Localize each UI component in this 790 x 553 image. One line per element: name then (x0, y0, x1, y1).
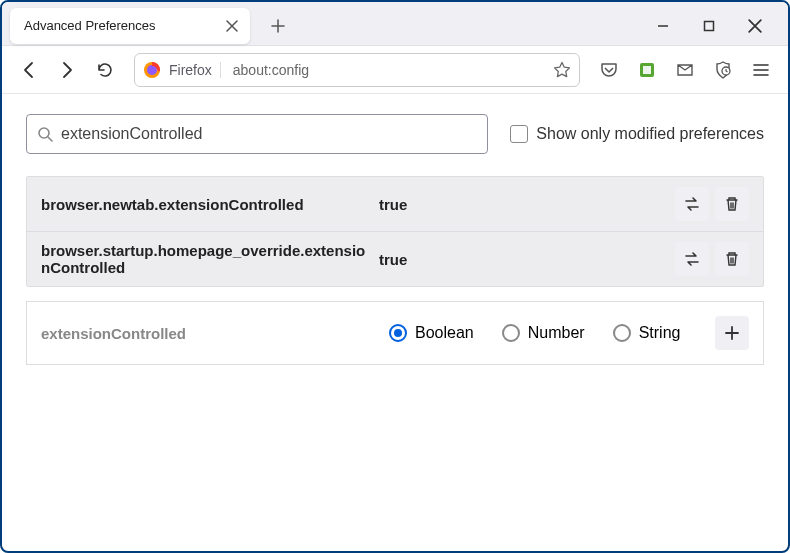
radio-label: Number (528, 324, 585, 342)
pocket-icon[interactable] (592, 53, 626, 87)
delete-button[interactable] (715, 187, 749, 221)
window-controls (654, 17, 780, 35)
config-content: Show only modified preferences browser.n… (2, 94, 788, 385)
radio-icon (502, 324, 520, 342)
pref-value: true (379, 196, 667, 213)
back-button[interactable] (12, 53, 46, 87)
extensions-icon[interactable] (630, 53, 664, 87)
shield-icon[interactable] (706, 53, 740, 87)
url-text: about:config (229, 62, 545, 78)
radio-label: String (639, 324, 681, 342)
pref-name: browser.newtab.extensionControlled (41, 196, 371, 213)
add-button[interactable] (715, 316, 749, 350)
preference-row[interactable]: browser.startup.homepage_override.extens… (27, 232, 763, 286)
reload-button[interactable] (88, 53, 122, 87)
minimize-icon[interactable] (654, 17, 672, 35)
close-icon[interactable] (746, 17, 764, 35)
search-icon (37, 126, 53, 142)
tab-bar: Advanced Preferences (2, 2, 788, 46)
preference-row[interactable]: browser.newtab.extensionControlled true (27, 177, 763, 232)
firefox-logo-icon (143, 61, 161, 79)
preferences-table: browser.newtab.extensionControlled true … (26, 176, 764, 287)
show-modified-checkbox[interactable]: Show only modified preferences (510, 125, 764, 143)
hamburger-icon[interactable] (744, 53, 778, 87)
toggle-button[interactable] (675, 187, 709, 221)
new-preference-row: extensionControlled Boolean Number Strin… (26, 301, 764, 365)
delete-button[interactable] (715, 242, 749, 276)
close-icon[interactable] (224, 18, 240, 34)
tab-title: Advanced Preferences (20, 18, 224, 33)
pref-value: true (379, 251, 667, 268)
maximize-icon[interactable] (700, 17, 718, 35)
radio-string[interactable]: String (613, 324, 681, 342)
search-input-wrap[interactable] (26, 114, 488, 154)
toggle-button[interactable] (675, 242, 709, 276)
radio-icon (389, 324, 407, 342)
nav-toolbar: Firefox about:config (2, 46, 788, 94)
search-input[interactable] (61, 125, 477, 143)
star-icon[interactable] (553, 61, 571, 79)
checkbox-icon[interactable] (510, 125, 528, 143)
pref-name: browser.startup.homepage_override.extens… (41, 242, 371, 276)
radio-boolean[interactable]: Boolean (389, 324, 474, 342)
mail-icon[interactable] (668, 53, 702, 87)
radio-icon (613, 324, 631, 342)
radio-number[interactable]: Number (502, 324, 585, 342)
svg-rect-0 (705, 21, 714, 30)
checkbox-label: Show only modified preferences (536, 125, 764, 143)
new-tab-button[interactable] (264, 12, 292, 40)
radio-label: Boolean (415, 324, 474, 342)
svg-rect-4 (643, 66, 651, 74)
forward-button[interactable] (50, 53, 84, 87)
type-radio-group: Boolean Number String (379, 324, 707, 342)
url-identity: Firefox (169, 62, 221, 78)
url-bar[interactable]: Firefox about:config (134, 53, 580, 87)
new-pref-name: extensionControlled (41, 325, 371, 342)
active-tab[interactable]: Advanced Preferences (10, 8, 250, 44)
